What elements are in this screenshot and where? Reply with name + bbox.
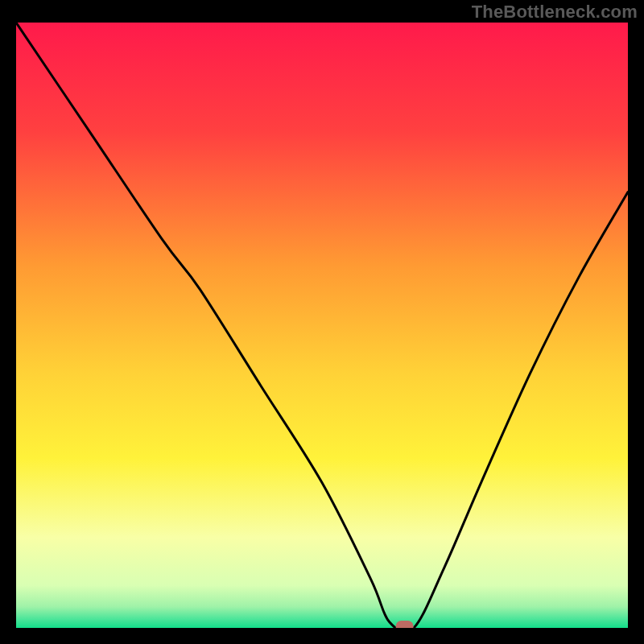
gradient-background <box>16 23 628 628</box>
optimal-marker <box>396 621 414 628</box>
plot-area <box>16 23 628 628</box>
bottleneck-chart <box>16 23 628 628</box>
chart-frame: TheBottleneck.com <box>0 0 644 644</box>
watermark-label: TheBottleneck.com <box>472 2 638 23</box>
